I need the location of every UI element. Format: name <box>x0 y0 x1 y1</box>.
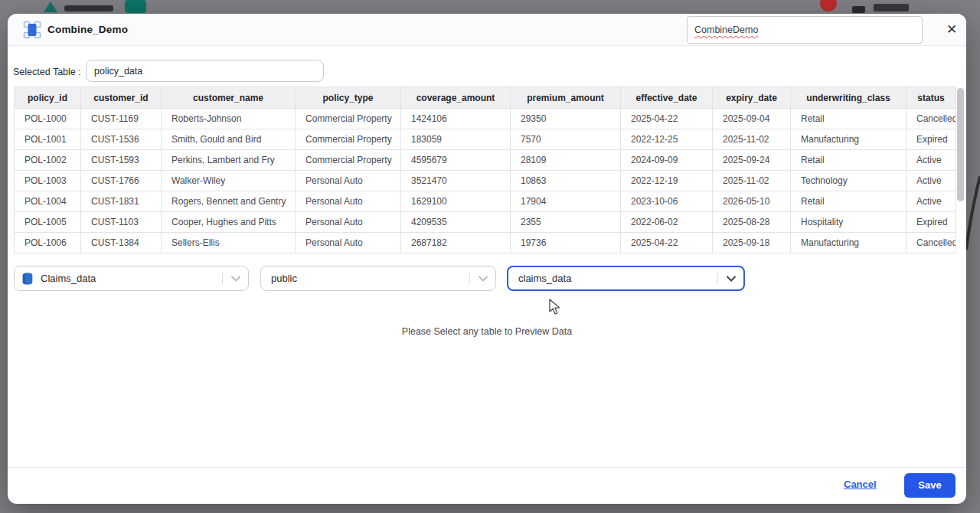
table-cell: Perkins, Lambert and Fry <box>162 150 296 171</box>
table-cell: 2024-09-09 <box>621 150 713 171</box>
table-cell: CUST-1169 <box>81 109 162 129</box>
background-teal-badge <box>125 0 146 13</box>
dialog-title: Combine_Demo <box>47 14 128 46</box>
column-header: underwriting_class <box>791 87 906 109</box>
table-cell: 10863 <box>511 171 621 191</box>
table-row: POL-1004CUST-1831Rogers, Bennett and Gen… <box>15 191 956 212</box>
table-cell: Cancelled <box>906 233 956 253</box>
table-cell: 17904 <box>511 191 621 212</box>
table-cell: 2025-09-18 <box>713 233 791 253</box>
column-header: customer_id <box>81 87 162 109</box>
connection-dropdown[interactable]: Claims_data <box>14 266 249 291</box>
table-cell: CUST-1766 <box>81 171 162 191</box>
column-header: effective_date <box>621 87 713 109</box>
table-cell: 7570 <box>511 129 621 150</box>
dropdown-separator <box>717 273 718 283</box>
background-toolbar-icon <box>852 6 865 13</box>
table-cell: Personal Auto <box>296 212 401 233</box>
table-scrollbar[interactable] <box>957 88 964 201</box>
table-cell: Commercial Property <box>296 129 401 150</box>
table-cell: POL-1002 <box>15 150 81 171</box>
table-dropdown[interactable]: claims_data <box>507 266 745 291</box>
mouse-cursor <box>548 299 560 315</box>
table-cell: 1424106 <box>401 109 511 129</box>
table-cell: Commercial Property <box>296 150 401 171</box>
background-app-logo <box>44 2 57 12</box>
table-cell: Retail <box>791 150 906 171</box>
preview-empty-message: Please Select any table to Preview Data <box>8 326 966 337</box>
table-cell: Active <box>906 191 956 212</box>
table-cell: 29350 <box>511 109 621 129</box>
selected-table-input[interactable]: policy_data <box>86 60 324 82</box>
column-header: policy_id <box>15 87 81 109</box>
preview-table: policy_idcustomer_idcustomer_namepolicy_… <box>14 87 956 253</box>
combine-icon <box>23 21 41 39</box>
table-cell: Hospitality <box>791 212 906 233</box>
table-cell: 183059 <box>401 129 511 150</box>
save-button[interactable]: Save <box>904 473 956 498</box>
table-cell: 2022-12-19 <box>621 171 713 191</box>
table-cell: CUST-1831 <box>81 191 162 212</box>
table-cell: POL-1001 <box>15 129 81 150</box>
table-cell: 19736 <box>511 233 621 253</box>
table-cell: Expired <box>906 212 956 233</box>
connection-value: Claims_data <box>41 273 96 284</box>
background-username-text <box>874 4 909 11</box>
cancel-button[interactable]: Cancel <box>844 479 877 490</box>
table-cell: POL-1000 <box>15 109 81 129</box>
table-row: POL-1002CUST-1593Perkins, Lambert and Fr… <box>15 150 956 171</box>
table-cell: 2023-10-06 <box>621 191 713 212</box>
table-cell: 2025-04-22 <box>621 109 713 129</box>
table-cell: 4209535 <box>401 212 511 233</box>
table-cell: CUST-1103 <box>81 212 162 233</box>
table-cell: POL-1003 <box>15 171 81 191</box>
table-cell: Retail <box>791 109 906 129</box>
table-cell: 1629100 <box>401 191 511 212</box>
column-header: status <box>906 87 956 109</box>
table-cell: Active <box>906 150 956 171</box>
table-cell: CUST-1536 <box>81 129 162 150</box>
background-notification-badge <box>820 0 837 11</box>
selected-table-label: Selected Table : <box>13 67 81 77</box>
table-cell: 2025-11-02 <box>713 171 791 191</box>
column-header: premium_amount <box>511 87 621 109</box>
table-cell: Personal Auto <box>296 191 401 212</box>
column-header: policy_type <box>296 87 401 109</box>
dropdown-separator <box>222 273 223 284</box>
chevron-down-icon <box>230 275 241 283</box>
selected-table-value: policy_data <box>94 66 142 77</box>
table-cell: POL-1005 <box>15 212 81 233</box>
table-cell: Rogers, Bennett and Gentry <box>162 191 296 212</box>
table-cell: Technology <box>791 171 906 191</box>
table-cell: 2025-11-02 <box>713 129 791 150</box>
table-cell: Retail <box>791 191 906 212</box>
flow-name-value: CombineDemo <box>694 25 758 35</box>
column-header: expiry_date <box>713 87 791 109</box>
flow-name-input[interactable]: CombineDemo <box>687 16 923 44</box>
table-cell: Active <box>906 171 956 191</box>
table-header-row: policy_idcustomer_idcustomer_namepolicy_… <box>15 87 956 109</box>
table-cell: 2025-09-04 <box>713 109 791 129</box>
table-cell: Cooper, Hughes and Pitts <box>162 212 296 233</box>
column-header: coverage_amount <box>401 87 511 109</box>
table-cell: 2355 <box>511 212 621 233</box>
close-icon[interactable]: ✕ <box>942 21 961 39</box>
table-row: POL-1003CUST-1766Walker-WileyPersonal Au… <box>15 171 956 191</box>
dialog-header: Combine_Demo CombineDemo ✕ <box>8 14 966 46</box>
table-cell: Personal Auto <box>296 171 401 191</box>
table-cell: Roberts-Johnson <box>162 109 296 129</box>
footer-divider <box>8 467 966 468</box>
table-cell: Manufacturing <box>791 129 906 150</box>
background-app-logo-text <box>64 5 113 11</box>
table-cell: Manufacturing <box>791 233 906 253</box>
table-cell: Smith, Gould and Bird <box>162 129 296 150</box>
table-row: POL-1000CUST-1169Roberts-JohnsonCommerci… <box>15 109 956 129</box>
table-cell: CUST-1384 <box>81 233 162 253</box>
table-cell: 2026-05-10 <box>713 191 791 212</box>
table-cell: Sellers-Ellis <box>162 233 296 253</box>
table-cell: 4595679 <box>401 150 511 171</box>
schema-dropdown[interactable]: public <box>260 266 496 291</box>
table-cell: 2025-09-24 <box>713 150 791 171</box>
table-cell: 28109 <box>511 150 621 171</box>
table-row: POL-1001CUST-1536Smith, Gould and BirdCo… <box>15 129 956 150</box>
